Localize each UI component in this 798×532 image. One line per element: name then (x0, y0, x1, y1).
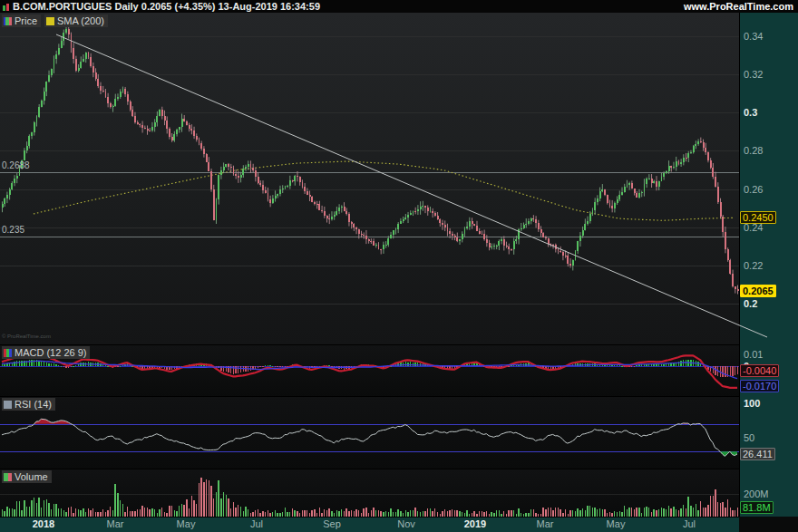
rsi-swatch-icon (4, 401, 12, 409)
volume-swatch-icon (4, 473, 12, 481)
sma-swatch-icon (46, 17, 54, 25)
price-swatch-icon (4, 17, 12, 25)
sma-line (34, 161, 734, 220)
legend-volume-label: Volume (15, 470, 48, 483)
chart-title: B.COM.PORTUGUES Daily 0.2065 (+4.35%) 13… (13, 1, 320, 12)
instrument-icon (3, 3, 9, 11)
watermark: © ProRealTime.com (2, 334, 51, 339)
price-gridlines (0, 37, 739, 305)
prorealtime-link[interactable]: www.ProRealTime.com (684, 1, 798, 12)
legend-sma[interactable]: SMA (200) (44, 15, 108, 27)
trendline (56, 34, 767, 337)
chart-canvas[interactable] (0, 0, 798, 532)
macd-swatch-icon (4, 349, 12, 357)
legend-price-label: Price (15, 15, 37, 27)
macd-signal-line (2, 361, 737, 378)
legend-price[interactable]: Price (2, 15, 41, 27)
candle-bodies (2, 29, 739, 291)
legend-macd[interactable]: MACD (12 26 9) (2, 346, 90, 359)
legend-volume[interactable]: Volume (2, 470, 52, 483)
macd-line (2, 354, 737, 388)
legend-rsi-label: RSI (14) (15, 398, 52, 411)
volume-bars (2, 478, 738, 517)
title-bar: B.COM.PORTUGUES Daily 0.2065 (+4.35%) 13… (0, 0, 798, 13)
macd-histogram (2, 360, 738, 378)
candle-wicks (3, 25, 738, 294)
prorealtime-chart-window: B.COM.PORTUGUES Daily 0.2065 (+4.35%) 13… (0, 0, 798, 532)
legend-rsi[interactable]: RSI (14) (2, 398, 55, 411)
legend-sma-label: SMA (200) (57, 15, 104, 27)
legend-macd-label: MACD (12 26 9) (15, 346, 86, 359)
